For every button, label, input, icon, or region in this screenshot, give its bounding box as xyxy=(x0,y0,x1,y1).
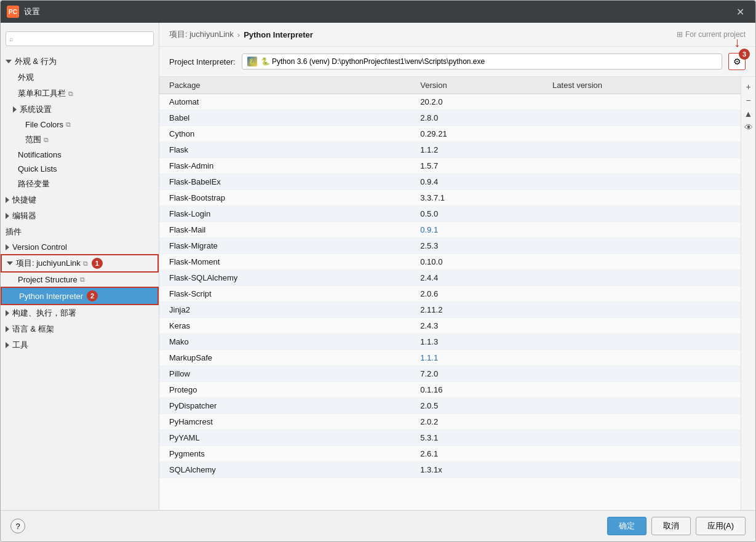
sidebar-item-project-structure[interactable]: Project Structure ⧉ xyxy=(1,273,159,287)
package-latest xyxy=(543,414,741,430)
table-row[interactable]: Flask-Script 2.0.6 xyxy=(159,286,741,302)
package-name: Flask-Migrate xyxy=(159,238,410,254)
sidebar-item-appearance[interactable]: 外观 xyxy=(1,70,159,86)
sidebar-item-label: 菜单和工具栏 xyxy=(18,88,66,99)
sidebar-item-appearance-group[interactable]: 外观 & 行为 xyxy=(1,54,159,70)
sidebar-item-path-vars[interactable]: 路径变量 xyxy=(1,176,159,192)
sidebar-item-label: 范围 xyxy=(25,134,41,145)
table-row[interactable]: SQLAlchemy 1.3.1x xyxy=(159,462,741,478)
package-version: 0.10.0 xyxy=(410,254,543,270)
search-input[interactable] xyxy=(6,31,154,46)
help-button[interactable]: ? xyxy=(10,519,25,533)
search-box[interactable]: ⌕ xyxy=(6,31,154,46)
table-row[interactable]: Flask-Admin 1.5.7 xyxy=(159,158,741,174)
interpreter-row: Project Interpreter: 🐍 🐍 Python 3.6 (ven… xyxy=(159,47,755,77)
app-icon: PC xyxy=(7,6,19,18)
page-icon: ⊞ xyxy=(677,30,683,39)
table-row[interactable]: Flask-BabelEx 0.9.4 xyxy=(159,174,741,190)
sidebar-item-quick-lists[interactable]: Quick Lists xyxy=(1,162,159,176)
sidebar-item-system[interactable]: 系统设置 xyxy=(1,102,159,118)
table-row[interactable]: Flask 1.1.2 xyxy=(159,142,741,158)
close-button[interactable]: ✕ xyxy=(731,5,749,19)
sidebar-item-build[interactable]: 构建、执行，部署 xyxy=(1,305,159,321)
sidebar-item-notifications[interactable]: Notifications xyxy=(1,148,159,162)
table-row[interactable]: Babel 2.8.0 xyxy=(159,110,741,126)
package-version: 7.2.0 xyxy=(410,366,543,382)
table-row[interactable]: Pillow 7.2.0 xyxy=(159,366,741,382)
package-name: Flask-Bootstrap xyxy=(159,190,410,206)
sidebar-item-label: 系统设置 xyxy=(20,104,52,115)
table-row[interactable]: Mako 1.1.3 xyxy=(159,334,741,350)
settings-button[interactable]: ⚙ 3 xyxy=(728,53,746,70)
table-container[interactable]: Package Version Latest version Automat 2… xyxy=(159,77,741,510)
add-package-button[interactable]: + xyxy=(742,81,755,93)
package-name: Flask-Mail xyxy=(159,222,410,238)
table-row[interactable]: MarkupSafe 1.1.1 xyxy=(159,350,741,366)
sidebar-item-tools[interactable]: 工具 xyxy=(1,337,159,353)
breadcrumb: 项目: juchiyunLink › Python Interpreter ⊞ … xyxy=(159,23,755,47)
table-row[interactable]: PyYAML 5.3.1 xyxy=(159,430,741,446)
table-row[interactable]: Protego 0.1.16 xyxy=(159,382,741,398)
table-row[interactable]: PyHamcrest 2.0.2 xyxy=(159,414,741,430)
table-row[interactable]: Flask-Moment 0.10.0 xyxy=(159,254,741,270)
package-latest xyxy=(543,302,741,318)
table-row[interactable]: Flask-Bootstrap 3.3.7.1 xyxy=(159,190,741,206)
remove-package-button[interactable]: − xyxy=(742,94,755,106)
footer: ? 确定 取消 应用(A) xyxy=(1,510,755,541)
package-latest xyxy=(543,350,741,366)
annotation-badge-3: 3 xyxy=(739,49,750,60)
package-name: PyDispatcher xyxy=(159,398,410,414)
table-row[interactable]: Keras 2.4.3 xyxy=(159,318,741,334)
package-name: Babel xyxy=(159,110,410,126)
sidebar-item-project-group[interactable]: 项目: juchiyunLink ⧉ 1 xyxy=(1,254,159,273)
copy-icon: ⧉ xyxy=(80,276,85,284)
sidebar-item-label: 语言 & 框架 xyxy=(12,324,54,335)
sidebar-item-python-interpreter[interactable]: Python Interpreter 2 xyxy=(1,287,159,305)
package-version: 2.0.6 xyxy=(410,286,543,302)
package-latest xyxy=(543,254,741,270)
package-version: 1.1.1 xyxy=(410,350,543,366)
ok-button[interactable]: 确定 xyxy=(607,517,647,535)
table-row[interactable]: Automat 20.2.0 xyxy=(159,94,741,110)
breadcrumb-project: 项目: juchiyunLink xyxy=(169,29,234,40)
table-row[interactable]: Jinja2 2.11.2 xyxy=(159,302,741,318)
package-name: PyHamcrest xyxy=(159,414,410,430)
sidebar-item-keymap[interactable]: 快捷键 xyxy=(1,192,159,208)
sidebar-item-plugins[interactable]: 插件 xyxy=(1,224,159,240)
table-row[interactable]: Pygments 2.6.1 xyxy=(159,446,741,462)
upgrade-package-button[interactable]: ▲ xyxy=(742,108,755,120)
sidebar-item-file-colors[interactable]: File Colors ⧉ xyxy=(1,118,159,132)
triangle-icon xyxy=(6,310,9,316)
table-row[interactable]: PyDispatcher 2.0.5 xyxy=(159,398,741,414)
package-name: Flask-SQLAlchemy xyxy=(159,270,410,286)
col-latest: Latest version xyxy=(543,77,741,94)
breadcrumb-current: Python Interpreter xyxy=(244,30,313,39)
package-version: 20.2.0 xyxy=(410,94,543,110)
table-row[interactable]: Flask-SQLAlchemy 2.4.4 xyxy=(159,270,741,286)
table-row[interactable]: Flask-Migrate 2.5.3 xyxy=(159,238,741,254)
sidebar-item-lang[interactable]: 语言 & 框架 xyxy=(1,321,159,337)
package-name: Flask-Moment xyxy=(159,254,410,270)
package-name: Jinja2 xyxy=(159,302,410,318)
sidebar-item-menus[interactable]: 菜单和工具栏 ⧉ xyxy=(1,86,159,102)
cancel-button[interactable]: 取消 xyxy=(651,517,691,535)
sidebar-item-scope[interactable]: 范围 ⧉ xyxy=(1,132,159,148)
search-icon: ⌕ xyxy=(9,35,14,42)
table-row[interactable]: Cython 0.29.21 xyxy=(159,126,741,142)
show-details-button[interactable]: 👁 xyxy=(742,121,755,134)
package-name: Pygments xyxy=(159,446,410,462)
table-row[interactable]: Flask-Login 0.5.0 xyxy=(159,206,741,222)
interpreter-select[interactable]: 🐍 🐍 Python 3.6 (venv) D:\pythonProject\t… xyxy=(242,54,722,70)
settings-btn-wrapper: ↓ ⚙ 3 xyxy=(728,53,746,70)
arrow-down-annotation: ↓ xyxy=(734,34,741,50)
apply-button[interactable]: 应用(A) xyxy=(696,517,746,535)
sidebar-item-label: 外观 xyxy=(18,72,34,83)
table-row[interactable]: Flask-Mail 0.9.1 xyxy=(159,222,741,238)
triangle-icon xyxy=(13,106,17,113)
package-name: Flask-Admin xyxy=(159,158,410,174)
sidebar-item-editor[interactable]: 编辑器 xyxy=(1,208,159,224)
triangle-icon xyxy=(6,342,9,348)
sidebar-item-version-control[interactable]: Version Control xyxy=(1,240,159,254)
package-name: Automat xyxy=(159,94,410,110)
package-latest xyxy=(543,190,741,206)
